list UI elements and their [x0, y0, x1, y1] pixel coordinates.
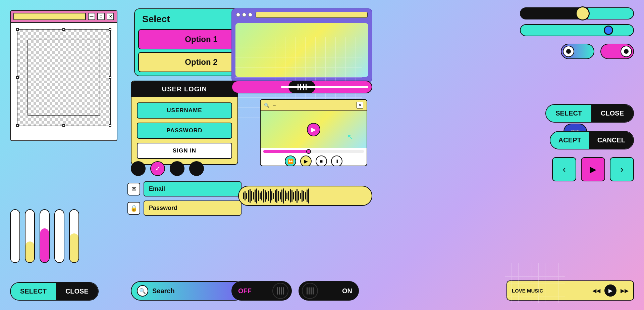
off-switch[interactable]: OFF [231, 281, 292, 301]
tick [627, 10, 628, 16]
slider-thumb-2[interactable] [604, 26, 613, 35]
pause-button[interactable]: ⏸ [331, 156, 342, 166]
progress-bars-area [10, 209, 79, 263]
close-btn-bottom[interactable]: CLOSE [56, 283, 98, 300]
slider-1[interactable] [520, 7, 634, 19]
sliders-area [520, 7, 634, 41]
select-btn-right[interactable]: SELECT [546, 105, 591, 122]
waveform-line [278, 191, 279, 201]
grid-background-2 [505, 263, 565, 303]
waveform-line [286, 192, 287, 199]
signin-button[interactable]: SIGN IN [137, 143, 232, 159]
video-close-button[interactable]: ✕ [357, 102, 363, 108]
tick [629, 10, 630, 16]
email-icon: ✉ [127, 183, 140, 195]
close-btn-right[interactable]: CLOSE [591, 105, 633, 122]
waveform-line [297, 189, 298, 203]
play-pause-button[interactable]: ▶ [300, 156, 312, 166]
close-button[interactable]: ✕ [107, 13, 114, 20]
prev-button[interactable]: ‹ [552, 157, 576, 181]
select-close-button-bottom: SELECT CLOSE [10, 282, 99, 301]
toggle-on[interactable] [600, 44, 634, 59]
waveform-line [243, 192, 244, 199]
rewind-button[interactable]: ◀◀ [592, 287, 600, 294]
tick [624, 10, 625, 16]
audio-waveform-bar [238, 186, 372, 206]
dot-4[interactable] [189, 161, 204, 176]
on-switch[interactable]: ON [299, 281, 359, 301]
waveform-line [245, 191, 246, 201]
slider-thumb-1[interactable] [576, 6, 590, 20]
waveform-line [281, 189, 282, 202]
off-switch-label: OFF [238, 287, 252, 295]
sw-line [277, 287, 278, 295]
fast-forward-button[interactable]: ▶▶ [621, 287, 629, 294]
waveform-line [253, 192, 254, 200]
handle-bc[interactable] [62, 124, 65, 127]
login-form: USER LOGIN USERNAME PASSWORD SIGN IN [131, 81, 238, 165]
toggle-dot [566, 49, 571, 54]
email-password-inputs: ✉ Email 🔒 Password [127, 181, 241, 220]
select-btn-bottom[interactable]: SELECT [11, 283, 56, 300]
waveform-line [251, 191, 252, 201]
handle-br[interactable] [109, 124, 111, 127]
browser-urlbar[interactable] [256, 12, 368, 18]
cancel-btn[interactable]: CANCEL [589, 132, 633, 149]
waveform-line [258, 190, 259, 201]
handle-ml[interactable] [16, 76, 19, 79]
arrow-icon-video: → [272, 103, 276, 108]
play-button[interactable]: ▶ [581, 157, 605, 181]
waveform-line [280, 192, 281, 200]
tick [622, 10, 623, 16]
slider-2[interactable] [520, 24, 634, 36]
waveform-line [248, 190, 249, 202]
video-progress-thumb[interactable] [306, 149, 311, 154]
password-field[interactable]: PASSWORD [137, 123, 232, 139]
stop-button[interactable]: ■ [316, 156, 327, 166]
waveform-line [250, 189, 251, 203]
accept-cancel-button: ACEPT CANCEL [550, 131, 634, 149]
maximize-button[interactable]: □ [97, 13, 105, 20]
video-controls: ⏩ ▶ ■ ⏸ [261, 156, 367, 166]
handle-bl[interactable] [16, 124, 19, 127]
waveform-line [246, 193, 247, 199]
waveform-line [291, 190, 292, 202]
waveform-line [288, 191, 289, 201]
next-button[interactable]: › [610, 157, 634, 181]
dot-2-active[interactable]: ✓ [150, 161, 165, 176]
email-input[interactable]: Email [144, 181, 241, 196]
sw-line [311, 287, 312, 295]
video-progress-bar[interactable] [263, 150, 364, 153]
music-play-button[interactable]: ▶ [604, 284, 616, 297]
lock-icon: 🔒 [127, 202, 140, 215]
dot-indicators: ✓ [131, 161, 204, 176]
progress-bar-4 [54, 209, 64, 263]
handle-tl[interactable] [16, 28, 19, 31]
handle-tc[interactable] [62, 28, 65, 31]
video-content: ▶ ↖ [261, 111, 367, 148]
sw-line [309, 287, 310, 295]
dot-3[interactable] [170, 161, 184, 176]
search-bar[interactable]: 🔍 Search [131, 281, 245, 301]
dot-1[interactable] [131, 161, 146, 176]
handle-mr[interactable] [109, 76, 111, 79]
progress-bar-2 [25, 209, 35, 263]
waveform-line [256, 188, 257, 204]
waveform-line [260, 192, 261, 199]
video-progress-fill [263, 150, 309, 153]
minimize-button[interactable]: — [88, 13, 95, 20]
sw-line [313, 287, 314, 295]
toggle-off[interactable] [561, 44, 594, 59]
waveform-line [295, 191, 296, 201]
design-window: — □ ✕ [10, 10, 117, 141]
toggles-area [561, 44, 634, 59]
accept-btn[interactable]: ACEPT [550, 132, 589, 149]
waveform-line [308, 188, 309, 204]
skip-back-button[interactable]: ⏩ [285, 156, 296, 166]
password-input[interactable]: Password [144, 201, 241, 216]
video-play-button[interactable]: ▶ [307, 123, 320, 136]
scrollbar-track[interactable] [231, 81, 372, 93]
username-field[interactable]: USERNAME [137, 102, 232, 119]
handle-tr[interactable] [109, 28, 111, 31]
waveform-line [307, 189, 308, 202]
